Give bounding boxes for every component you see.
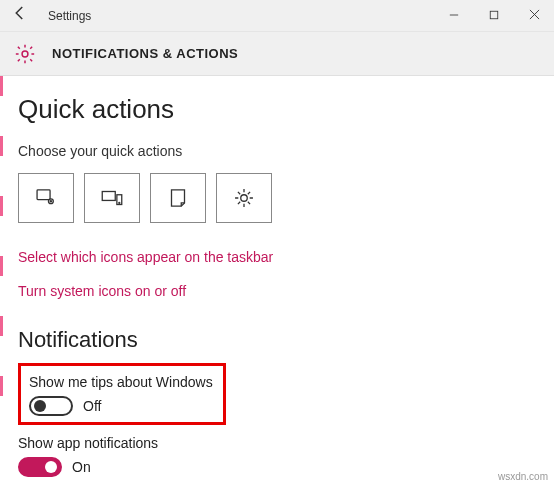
titlebar: Settings	[0, 0, 554, 32]
quick-action-tile-connect[interactable]	[84, 173, 140, 223]
quick-actions-heading: Quick actions	[18, 94, 536, 125]
app-notifications-state: On	[72, 459, 91, 475]
back-button[interactable]	[0, 4, 40, 27]
close-button[interactable]	[514, 0, 554, 32]
maximize-button[interactable]	[474, 0, 514, 32]
page-header: NOTIFICATIONS & ACTIONS	[0, 32, 554, 76]
quick-action-tiles	[18, 173, 536, 223]
content-area: Quick actions Choose your quick actions …	[0, 76, 554, 491]
app-notifications-label: Show app notifications	[18, 435, 536, 451]
svg-point-4	[22, 51, 28, 57]
svg-rect-5	[37, 190, 50, 200]
minimize-button[interactable]	[434, 0, 474, 32]
breadcrumb: NOTIFICATIONS & ACTIONS	[52, 46, 238, 61]
quick-actions-subtext: Choose your quick actions	[18, 143, 536, 159]
highlighted-setting: Show me tips about Windows Off	[18, 363, 226, 425]
window-title: Settings	[48, 9, 91, 23]
tips-toggle-state: Off	[83, 398, 101, 414]
svg-point-9	[119, 202, 120, 203]
svg-point-10	[241, 195, 248, 202]
tips-setting-label: Show me tips about Windows	[29, 374, 215, 390]
watermark: wsxdn.com	[498, 471, 548, 482]
quick-action-tile-all-settings[interactable]	[216, 173, 272, 223]
svg-rect-7	[102, 192, 115, 201]
link-taskbar-icons[interactable]: Select which icons appear on the taskbar	[18, 249, 536, 265]
link-system-icons[interactable]: Turn system icons on or off	[18, 283, 536, 299]
tips-toggle[interactable]	[29, 396, 73, 416]
svg-rect-1	[490, 11, 498, 19]
app-notifications-toggle[interactable]	[18, 457, 62, 477]
notifications-heading: Notifications	[18, 327, 536, 353]
settings-icon	[14, 43, 36, 65]
quick-action-tile-note[interactable]	[150, 173, 206, 223]
quick-action-tile-tablet-mode[interactable]	[18, 173, 74, 223]
